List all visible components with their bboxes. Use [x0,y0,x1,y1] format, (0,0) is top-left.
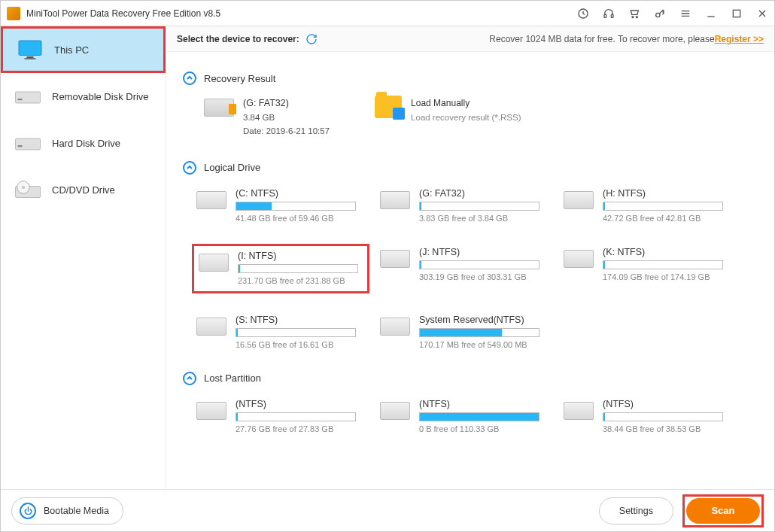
usage-bar [236,328,356,337]
svg-rect-10 [16,92,41,103]
titlebar: MiniTool Power Data Recovery Free Editio… [1,1,774,26]
drive-icon [564,191,594,209]
drive-card-logical-7[interactable]: System Reserved(NTFS)170.17 MB free of 5… [375,312,553,352]
drive-free: 42.72 GB free of 42.81 GB [603,214,732,223]
key-icon[interactable] [654,8,666,20]
usage-bar [603,412,723,421]
usage-bar [236,412,356,421]
scan-button[interactable]: Scan [686,498,760,524]
drive-card-logical-4[interactable]: (J: NTFS)303.19 GB free of 303.31 GB [375,244,553,293]
bootable-label: Bootable Media [44,506,109,516]
drive-icon [380,402,410,420]
drive-free: 0 B free of 110.33 GB [419,424,549,433]
monitor-icon [17,39,44,60]
usage-bar [419,202,539,211]
chevron-up-icon [183,372,196,385]
sidebar-item-label: Removable Disk Drive [52,91,149,102]
drive-icon [199,254,229,272]
drive-name: (H: NTFS) [603,188,732,199]
drive-card-logical-6[interactable]: (S: NTFS)16.56 GB free of 16.61 GB [192,312,369,352]
drive-icon [564,402,594,420]
svg-rect-12 [16,138,41,150]
recovery-result-item[interactable]: (G: FAT32)3.84 GBDate: 2019-6-21 10:57 [204,96,330,138]
drive-icon [380,250,410,268]
drive-name: (NTFS) [603,399,732,409]
drive-free: 231.70 GB free of 231.88 GB [238,276,363,285]
drive-free: 27.76 GB free of 27.83 GB [236,424,365,433]
usage-bar [238,264,358,273]
drive-icon [196,402,226,420]
drive-card-logical-3[interactable]: (I: NTFS)231.70 GB free of 231.88 GB [192,244,369,293]
section-lost-partition[interactable]: Lost Partition [183,372,758,385]
drive-name: (NTFS) [236,399,365,409]
headset-icon[interactable] [603,8,615,20]
header-bar: Select the device to recover: Recover 10… [166,26,774,52]
section-recovery-result[interactable]: Recovery Result [183,71,758,85]
drive-icon [196,191,226,209]
drive-name: (G: FAT32) [419,188,549,199]
drive-card-lost-1[interactable]: (NTFS)0 B free of 110.33 GB [375,396,553,436]
usage-bar [603,202,723,211]
clock-icon[interactable] [577,8,589,20]
sidebar-item-label: This PC [54,44,89,56]
select-device-label: Select the device to recover: [177,34,299,44]
app-icon [7,7,20,20]
svg-rect-6 [733,10,740,17]
drive-free: 41.48 GB free of 59.46 GB [236,214,365,223]
drive-card-lost-2[interactable]: (NTFS)38.44 GB free of 38.53 GB [559,396,737,436]
drive-card-lost-0[interactable]: (NTFS)27.76 GB free of 27.83 GB [192,396,369,436]
section-logical-drive[interactable]: Logical Drive [183,161,758,175]
drive-free: 303.19 GB free of 303.31 GB [419,272,549,281]
register-link[interactable]: Register >> [715,34,764,44]
drive-free: 170.17 MB free of 549.00 MB [419,340,549,349]
drive-name: (I: NTFS) [238,251,363,261]
drive-card-logical-1[interactable]: (G: FAT32)3.83 GB free of 3.84 GB [375,185,553,226]
chevron-up-icon [183,161,196,175]
sidebar-item-hard-disk-drive[interactable]: Hard Disk Drive [1,120,166,166]
drive-icon [380,191,410,209]
sidebar-item-this-pc[interactable]: This PC [1,26,166,73]
svg-rect-9 [25,58,36,59]
refresh-icon[interactable] [305,33,318,45]
sidebar: This PCRemovable Disk DriveHard Disk Dri… [1,26,166,489]
bootable-media-button[interactable]: ⏻ Bootable Media [11,497,123,524]
scan-highlight: Scan [682,494,764,527]
drive-name: (J: NTFS) [419,247,549,257]
svg-rect-1 [604,14,606,17]
usage-bar [419,328,539,337]
usage-bar [419,260,539,269]
drive-free: 16.56 GB free of 16.61 GB [236,340,365,349]
recover-limit-text: Recover 1024 MB data for free. To recove… [489,34,714,44]
sidebar-item-removable-disk-drive[interactable]: Removable Disk Drive [1,73,166,120]
svg-rect-11 [18,99,23,100]
chevron-up-icon [183,71,196,85]
drive-card-logical-2[interactable]: (H: NTFS)42.72 GB free of 42.81 GB [559,185,737,226]
cd-icon [14,179,41,200]
minimize-icon[interactable] [705,8,717,20]
settings-button[interactable]: Settings [599,497,673,524]
close-icon[interactable] [756,8,768,20]
sidebar-item-label: CD/DVD Drive [52,184,115,196]
drive-card-logical-5[interactable]: (K: NTFS)174.09 GB free of 174.19 GB [559,244,737,293]
drive-name: (NTFS) [419,399,549,409]
maximize-icon[interactable] [731,8,743,20]
usage-bar [419,412,539,421]
svg-point-16 [22,186,26,190]
cart-icon[interactable] [628,8,640,20]
menu-icon[interactable] [679,8,691,20]
drive-icon [14,132,41,154]
drive-name: System Reserved(NTFS) [419,315,549,325]
svg-rect-13 [18,145,23,147]
folder-icon [375,96,402,118]
load-manually[interactable]: Load ManuallyLoad recovery result (*.RSS… [375,96,521,138]
footer: ⏻ Bootable Media Settings Scan [1,489,774,531]
drive-icon [380,318,410,336]
svg-point-5 [656,13,660,17]
drive-card-logical-0[interactable]: (C: NTFS)41.48 GB free of 59.46 GB [192,185,369,226]
drive-icon [196,318,226,336]
drive-free: 174.09 GB free of 174.19 GB [603,272,732,281]
drive-icon [564,250,594,268]
drive-name: (C: NTFS) [236,188,365,199]
sidebar-item-cd-dvd-drive[interactable]: CD/DVD Drive [1,166,166,213]
usage-bar [603,260,723,269]
